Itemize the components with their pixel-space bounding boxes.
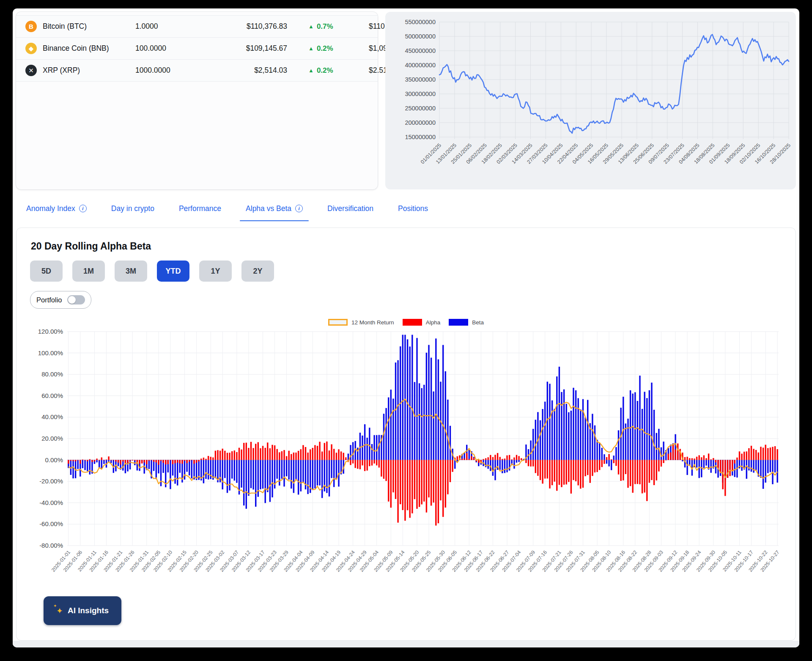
range-ytd-button[interactable]: YTD: [157, 261, 189, 282]
svg-text:-20.00%: -20.00%: [39, 477, 63, 485]
bitcoin-icon: B: [25, 21, 37, 32]
coin-change: ▲0.2%: [290, 66, 355, 75]
portfolio-toggle[interactable]: [67, 295, 85, 304]
page: B Bitcoin (BTC) 1.0000 $110,376.83 ▲0.7%…: [13, 8, 799, 647]
svg-text:400000000: 400000000: [405, 62, 436, 69]
svg-text:450000000: 450000000: [405, 47, 436, 54]
bnb-icon: ◆: [25, 43, 37, 54]
coin-change: ▲0.7%: [290, 22, 355, 31]
svg-text:120.00%: 120.00%: [38, 328, 63, 335]
up-arrow-icon: ▲: [308, 67, 314, 74]
portfolio-value-chart[interactable]: 5500000005000000004500000004000000003500…: [386, 14, 795, 189]
svg-text:60.00%: 60.00%: [41, 392, 63, 399]
range-2y-button[interactable]: 2Y: [241, 261, 274, 282]
svg-text:20.00%: 20.00%: [41, 435, 63, 442]
portfolio-value-chart-card: 5500000005000000004500000004000000003500…: [385, 12, 796, 189]
svg-text:550000000: 550000000: [405, 19, 436, 25]
coin-quantity: 1000.0000: [135, 66, 203, 75]
svg-text:80.00%: 80.00%: [41, 370, 63, 378]
coin-value: $2.51: [355, 66, 387, 75]
toggle-knob: [68, 296, 76, 304]
svg-text:200000000: 200000000: [405, 119, 436, 126]
svg-text:500000000: 500000000: [405, 33, 436, 40]
info-icon[interactable]: i: [79, 205, 87, 212]
bottom-strip: [13, 641, 799, 647]
chart-legend: 12 Month Return Alpha Beta: [28, 319, 784, 326]
app-frame: B Bitcoin (BTC) 1.0000 $110,376.83 ▲0.7%…: [0, 0, 812, 661]
legend-12-month-return[interactable]: 12 Month Return: [328, 319, 394, 326]
xrp-icon: ✕: [25, 65, 37, 76]
holding-row-bnb[interactable]: ◆ Binance Coin (BNB) 100.0000 $109,145.6…: [16, 38, 378, 60]
range-3m-button[interactable]: 3M: [115, 261, 147, 282]
info-icon[interactable]: i: [295, 205, 303, 212]
svg-text:250000000: 250000000: [405, 105, 436, 112]
alpha-swatch: [403, 319, 422, 326]
svg-text:0.00%: 0.00%: [45, 456, 63, 464]
range-selector: 5D 1M 3M YTD 1Y 2Y: [30, 261, 784, 282]
svg-text:100.00%: 100.00%: [38, 349, 63, 357]
svg-text:-80.00%: -80.00%: [39, 542, 63, 549]
coin-name: Bitcoin (BTC): [43, 22, 87, 31]
tab-performance[interactable]: Performance: [179, 189, 221, 228]
alpha-beta-chart[interactable]: 120.00%100.00%80.00%60.00%40.00%20.00%0.…: [28, 327, 784, 592]
panel-title: 20 Day Rolling Alpha Beta: [31, 241, 784, 252]
up-arrow-icon: ▲: [308, 23, 314, 30]
top-row: B Bitcoin (BTC) 1.0000 $110,376.83 ▲0.7%…: [16, 12, 796, 189]
tab-day-in-crypto[interactable]: Day in crypto: [111, 189, 154, 228]
beta-swatch: [449, 319, 468, 326]
svg-text:300000000: 300000000: [405, 91, 436, 97]
holdings-table: B Bitcoin (BTC) 1.0000 $110,376.83 ▲0.7%…: [16, 15, 378, 82]
coin-name: Binance Coin (BNB): [43, 44, 109, 53]
tab-diversification[interactable]: Diversification: [327, 189, 373, 228]
svg-text:350000000: 350000000: [405, 76, 436, 83]
portfolio-toggle-label: Portfolio: [36, 296, 62, 304]
coin-name: XRP (XRP): [43, 66, 80, 75]
range-1m-button[interactable]: 1M: [72, 261, 105, 282]
svg-text:40.00%: 40.00%: [41, 413, 63, 420]
coin-price: $2,514.03: [203, 66, 290, 75]
portfolio-toggle-pill: Portfolio: [30, 291, 91, 309]
coin-price: $109,145.67: [203, 44, 290, 53]
legend-beta[interactable]: Beta: [449, 319, 484, 326]
tab-bar: Anomaly Indexi Day in crypto Performance…: [16, 189, 796, 228]
legend-alpha[interactable]: Alpha: [403, 319, 441, 326]
ai-insights-button[interactable]: ✦✦ AI Insights: [44, 596, 121, 625]
range-1y-button[interactable]: 1Y: [199, 261, 232, 282]
alpha-beta-panel: 20 Day Rolling Alpha Beta 5D 1M 3M YTD 1…: [16, 228, 796, 641]
holding-row-btc[interactable]: B Bitcoin (BTC) 1.0000 $110,376.83 ▲0.7%…: [16, 16, 378, 38]
svg-text:150000000: 150000000: [405, 134, 436, 140]
tab-positions[interactable]: Positions: [398, 189, 428, 228]
tab-alpha-vs-beta[interactable]: Alpha vs Betai: [246, 189, 303, 228]
tab-anomaly-index[interactable]: Anomaly Indexi: [26, 189, 87, 228]
coin-quantity: 100.0000: [135, 44, 203, 53]
return-swatch: [328, 319, 348, 326]
holdings-card: B Bitcoin (BTC) 1.0000 $110,376.83 ▲0.7%…: [16, 12, 378, 189]
up-arrow-icon: ▲: [308, 45, 314, 52]
coin-change: ▲0.2%: [290, 44, 355, 53]
holding-row-xrp[interactable]: ✕ XRP (XRP) 1000.0000 $2,514.03 ▲0.2% $2…: [16, 60, 378, 82]
svg-text:-40.00%: -40.00%: [39, 499, 63, 506]
sparkles-icon: ✦✦: [56, 607, 63, 615]
range-5d-button[interactable]: 5D: [30, 261, 63, 282]
coin-quantity: 1.0000: [135, 22, 203, 31]
coin-price: $110,376.83: [203, 22, 290, 31]
svg-text:-60.00%: -60.00%: [39, 520, 63, 527]
